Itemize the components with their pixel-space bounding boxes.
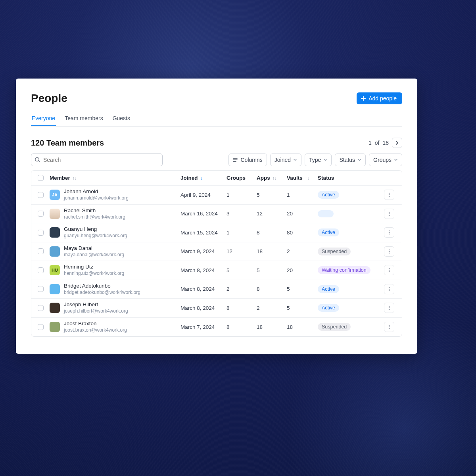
add-people-button[interactable]: Add people: [357, 92, 402, 104]
apps-value: 8: [257, 230, 287, 236]
row-actions-button[interactable]: [384, 265, 394, 275]
member-email: maya.danai@work4work.org: [64, 252, 124, 258]
svg-point-18: [389, 290, 390, 291]
col-groups[interactable]: Groups: [226, 175, 257, 181]
svg-point-15: [389, 271, 390, 272]
type-filter[interactable]: Type: [305, 154, 332, 166]
member-name: Maya Danai: [64, 245, 124, 252]
columns-label: Columns: [241, 157, 263, 163]
table-row: Joseph Hilbertjoseph.hilbert@work4work.o…: [31, 299, 402, 318]
kebab-icon: [386, 230, 392, 235]
plus-icon: [361, 96, 366, 101]
member-email: rachel.smith@work4work.org: [64, 214, 125, 220]
status-badge: Active: [318, 285, 339, 293]
kebab-icon: [386, 286, 392, 292]
avatar: HU: [50, 265, 60, 275]
vaults-value: 2: [287, 248, 318, 254]
col-vaults[interactable]: Vaults↑↓: [287, 175, 318, 181]
search-icon: [35, 157, 40, 163]
row-actions-button[interactable]: [384, 209, 394, 219]
col-joined[interactable]: Joined↓: [180, 175, 226, 181]
row-actions-button[interactable]: [384, 303, 394, 313]
page-total: 18: [382, 140, 389, 146]
tabs: EveryoneTeam membersGuests: [31, 112, 402, 127]
status-filter[interactable]: Status: [335, 154, 366, 166]
row-actions-button[interactable]: [384, 190, 394, 200]
apps-value: 5: [257, 192, 287, 198]
row-checkbox[interactable]: [38, 286, 44, 292]
table-row: Joost Braxtonjoost.braxton@work4work.org…: [31, 318, 402, 337]
row-checkbox[interactable]: [38, 192, 44, 198]
svg-point-12: [389, 253, 390, 253]
kebab-icon: [386, 267, 392, 273]
row-checkbox[interactable]: [38, 248, 44, 254]
groups-filter[interactable]: Groups: [369, 154, 402, 166]
member-email: henning.utz@work4work.org: [64, 271, 124, 276]
avatar: JA: [50, 190, 60, 200]
member-name: Bridget Adetokunbo: [64, 283, 140, 290]
row-checkbox[interactable]: [38, 324, 44, 330]
row-actions-button[interactable]: [384, 227, 394, 238]
svg-point-8: [389, 232, 390, 233]
columns-icon: [233, 157, 238, 163]
member-name: Guanyu Heng: [64, 226, 127, 233]
tab-team-members[interactable]: Team members: [64, 112, 104, 126]
kebab-icon: [386, 324, 392, 330]
status-badge: .: [318, 210, 334, 217]
groups-value: 2: [226, 286, 257, 292]
col-status[interactable]: Status: [318, 175, 381, 181]
table-row: Guanyu Hengguanyu.heng@work4work.orgMarc…: [31, 223, 402, 242]
kebab-icon: [386, 192, 392, 198]
kebab-icon: [386, 305, 392, 311]
svg-point-19: [389, 306, 390, 307]
svg-point-2: [389, 194, 390, 195]
page-of-label: of: [375, 140, 380, 146]
joined-value: March 8, 2024: [180, 286, 226, 292]
columns-button[interactable]: Columns: [228, 154, 267, 166]
sort-both-icon: ↑↓: [273, 176, 277, 180]
select-all-checkbox[interactable]: [38, 175, 44, 181]
sort-both-icon: ↑↓: [73, 176, 77, 180]
row-checkbox[interactable]: [38, 230, 44, 236]
member-name: Joost Braxton: [64, 321, 127, 327]
status-badge: Waiting confirmation: [318, 266, 370, 274]
sort-both-icon: ↑↓: [305, 176, 309, 180]
apps-value: 5: [257, 267, 287, 273]
groups-value: 1: [226, 192, 257, 198]
table-header: Member↑↓ Joined↓ Groups Apps↑↓ Vaults↑↓ …: [31, 171, 402, 186]
member-name: Johann Arnold: [64, 188, 129, 195]
next-page-button[interactable]: [392, 138, 402, 148]
row-checkbox[interactable]: [38, 305, 44, 311]
groups-filter-label: Groups: [373, 157, 392, 163]
row-actions-button[interactable]: [384, 322, 394, 332]
joined-value: March 7, 2024: [180, 324, 226, 330]
table-row: HUHenning Utzhenning.utz@work4work.orgMa…: [31, 261, 402, 280]
col-member[interactable]: Member↑↓: [50, 175, 180, 181]
apps-value: 2: [257, 305, 287, 311]
row-actions-button[interactable]: [384, 246, 394, 257]
svg-point-24: [389, 328, 390, 329]
search-wrapper: [31, 154, 163, 166]
add-people-label: Add people: [369, 95, 397, 102]
search-input[interactable]: [31, 154, 163, 166]
table-row: Maya Danaimaya.danai@work4work.orgMarch …: [31, 242, 402, 261]
tab-guests[interactable]: Guests: [112, 112, 131, 126]
member-email: joost.braxton@work4work.org: [64, 327, 127, 333]
groups-value: 5: [226, 267, 257, 273]
svg-point-10: [389, 250, 390, 250]
members-table: Member↑↓ Joined↓ Groups Apps↑↓ Vaults↑↓ …: [31, 170, 402, 337]
row-actions-button[interactable]: [384, 284, 394, 294]
svg-point-4: [389, 212, 390, 213]
member-email: joseph.hilbert@work4work.org: [64, 308, 128, 314]
row-checkbox[interactable]: [38, 211, 44, 217]
svg-point-6: [389, 215, 390, 216]
row-checkbox[interactable]: [38, 267, 44, 273]
avatar: [50, 284, 60, 294]
joined-value: March 8, 2024: [180, 267, 226, 273]
status-badge: Suspended: [318, 248, 351, 255]
joined-filter[interactable]: Joined: [270, 154, 301, 166]
col-apps[interactable]: Apps↑↓: [257, 175, 287, 181]
chevron-down-icon: [323, 158, 327, 162]
tab-everyone[interactable]: Everyone: [31, 112, 56, 126]
chevron-down-icon: [357, 158, 361, 162]
